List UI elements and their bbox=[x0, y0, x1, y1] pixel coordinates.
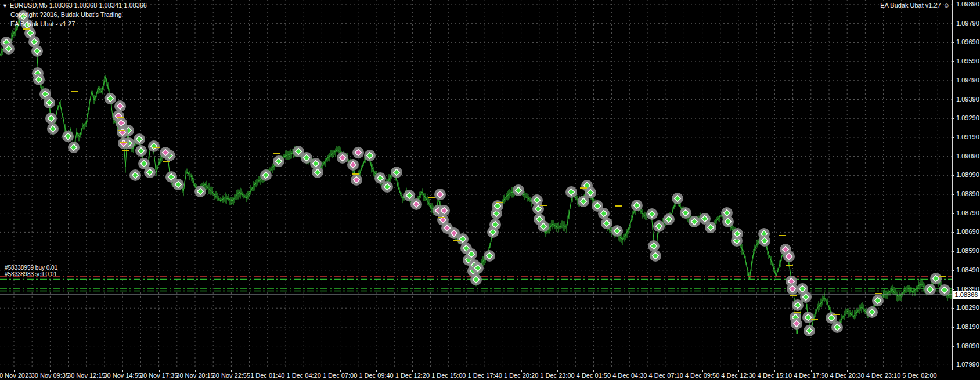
time-axis-label: 30 Nov 22:55 bbox=[212, 372, 250, 379]
price-axis-tick bbox=[952, 308, 954, 309]
time-axis-label: 1 Dec 04:20 bbox=[287, 372, 321, 379]
price-axis-tick bbox=[952, 251, 954, 252]
price-axis-tick bbox=[952, 365, 954, 365]
time-axis-label: 1 Dec 01:40 bbox=[250, 372, 284, 379]
current-price-badge: 1.08366 bbox=[953, 291, 980, 299]
price-axis-label: 1.09490 bbox=[956, 77, 979, 84]
price-axis-label: 1.09690 bbox=[956, 38, 979, 45]
price-axis-label: 1.08590 bbox=[956, 247, 979, 254]
price-axis-tick bbox=[952, 175, 954, 176]
price-axis-label: 1.08890 bbox=[956, 190, 979, 197]
price-axis-label: 1.08690 bbox=[956, 228, 979, 235]
price-axis-tick bbox=[952, 81, 954, 81]
price-axis-label: 1.08790 bbox=[956, 209, 979, 216]
time-axis-label: 4 Dec 07:10 bbox=[649, 372, 683, 379]
price-axis-tick bbox=[952, 194, 954, 195]
price-axis-label: 1.08490 bbox=[956, 266, 979, 273]
time-axis-label: 30 Nov 12:15 bbox=[67, 372, 105, 379]
price-axis-tick bbox=[952, 213, 954, 214]
time-axis-label: 30 Nov 20:15 bbox=[176, 372, 214, 379]
ea-badge: EA Budak Ubat v1.27☺ bbox=[880, 2, 950, 9]
price-axis-tick bbox=[952, 42, 954, 43]
time-axis[interactable]: 30 Nov 202330 Nov 09:3530 Nov 12:1530 No… bbox=[0, 370, 980, 380]
time-axis-label: 1 Dec 20:20 bbox=[504, 372, 538, 379]
mt4-chart-window: ▼EURUSD,M5 1.08363 1.08368 1.08341 1.083… bbox=[0, 0, 980, 380]
price-axis-label: 1.09090 bbox=[956, 153, 979, 160]
ea-version-text: EA Budak Ubat - v1.27 bbox=[10, 20, 75, 27]
price-axis-label: 1.08090 bbox=[956, 342, 979, 349]
price-axis-label: 1.08990 bbox=[956, 171, 979, 178]
time-axis-label: 1 Dec 17:40 bbox=[468, 372, 502, 379]
order-ticket-label[interactable]: #58338959 buy 0.01 bbox=[5, 265, 57, 271]
time-axis-label: 1 Dec 15:00 bbox=[431, 372, 466, 379]
symbol-ohlc-header: ▼EURUSD,M5 1.08363 1.08368 1.08341 1.083… bbox=[2, 2, 147, 9]
price-axis-label: 1.07990 bbox=[956, 361, 979, 368]
price-axis-label: 1.08290 bbox=[956, 304, 979, 311]
price-axis-tick bbox=[952, 5, 954, 5]
time-axis-label: 5 Dec 02:00 bbox=[902, 372, 936, 379]
time-axis-label: 30 Nov 2023 bbox=[0, 372, 32, 379]
price-axis-tick bbox=[952, 346, 954, 347]
time-axis-label: 30 Nov 14:55 bbox=[103, 372, 141, 379]
time-axis-label: 4 Dec 15:10 bbox=[758, 372, 792, 379]
time-axis-label: 4 Dec 09:50 bbox=[685, 372, 719, 379]
time-axis-label: 4 Dec 01:50 bbox=[577, 372, 611, 379]
time-axis-label: 1 Dec 12:20 bbox=[395, 372, 430, 379]
price-axis-tick bbox=[952, 232, 954, 233]
price-axis-label: 1.09290 bbox=[956, 114, 979, 121]
price-chart[interactable] bbox=[0, 0, 952, 370]
symbol-ohlc-text: EURUSD,M5 1.08363 1.08368 1.08341 1.0836… bbox=[10, 2, 147, 9]
chart-dropdown-icon[interactable]: ▼ bbox=[2, 3, 8, 9]
time-axis-label: 1 Dec 07:00 bbox=[323, 372, 357, 379]
time-axis-label: 30 Nov 09:35 bbox=[31, 372, 69, 379]
price-axis-label: 1.09190 bbox=[956, 133, 979, 140]
time-axis-label: 4 Dec 17:50 bbox=[794, 372, 828, 379]
ea-badge-text: EA Budak Ubat v1.27 bbox=[880, 2, 941, 9]
time-axis-label: 1 Dec 23:00 bbox=[540, 372, 574, 379]
price-axis-tick bbox=[952, 289, 954, 290]
time-axis-label: 4 Dec 23:10 bbox=[866, 372, 900, 379]
price-axis-tick bbox=[952, 157, 954, 157]
ea-copyright-text: Copyright ?2016, Budak Ubat's Trading bbox=[10, 11, 122, 18]
time-axis-label: 4 Dec 04:30 bbox=[613, 372, 647, 379]
time-axis-label: 4 Dec 12:30 bbox=[721, 372, 755, 379]
price-axis-label: 1.09890 bbox=[956, 1, 979, 8]
price-axis-label: 1.09590 bbox=[956, 57, 979, 64]
price-axis-tick bbox=[952, 61, 954, 62]
price-axis-tick bbox=[952, 118, 954, 119]
price-axis-label: 1.09390 bbox=[956, 96, 979, 103]
smiley-icon: ☺ bbox=[943, 2, 950, 9]
price-axis[interactable]: 1.098901.097901.096901.095901.094901.093… bbox=[952, 0, 980, 370]
price-axis-tick bbox=[952, 270, 954, 271]
time-axis-label: 1 Dec 09:40 bbox=[359, 372, 393, 379]
price-axis-label: 1.09790 bbox=[956, 20, 979, 27]
price-axis-label: 1.08190 bbox=[956, 323, 979, 330]
time-axis-label: 30 Nov 17:35 bbox=[140, 372, 178, 379]
order-ticket-label[interactable]: #58338983 sell 0.01 bbox=[5, 271, 57, 277]
price-axis-tick bbox=[952, 24, 954, 24]
price-axis-tick bbox=[952, 100, 954, 100]
price-path bbox=[0, 15, 952, 334]
time-axis-label: 4 Dec 20:30 bbox=[830, 372, 864, 379]
price-axis-tick bbox=[952, 137, 954, 138]
price-axis-tick bbox=[952, 327, 954, 328]
